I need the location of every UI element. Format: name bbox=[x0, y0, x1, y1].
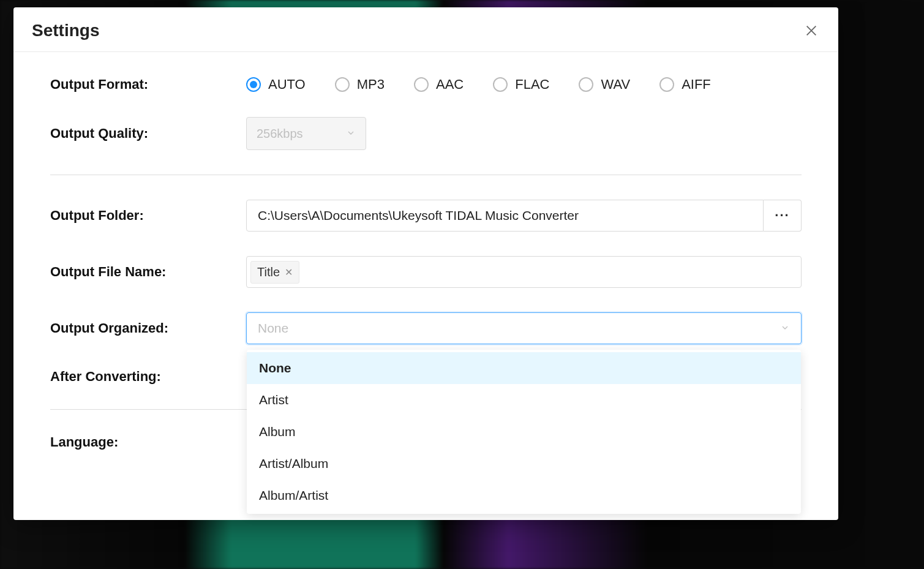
option-artist[interactable]: Artist bbox=[247, 384, 801, 416]
label-after-converting: After Converting: bbox=[50, 369, 246, 385]
label-output-quality: Output Quality: bbox=[50, 126, 246, 141]
tag-remove-icon[interactable]: ✕ bbox=[285, 266, 293, 278]
output-organized-dropdown: None Artist Album Artist/Album Album/Art… bbox=[247, 350, 801, 514]
radio-label: MP3 bbox=[357, 77, 385, 92]
modal-title: Settings bbox=[32, 21, 99, 40]
radio-icon bbox=[414, 77, 429, 92]
output-quality-control: 256kbps bbox=[246, 117, 802, 150]
close-icon bbox=[805, 24, 818, 37]
radio-aiff[interactable]: AIFF bbox=[659, 77, 711, 92]
tag-label: Title bbox=[257, 265, 280, 279]
modal-header: Settings bbox=[13, 7, 838, 52]
radio-icon bbox=[246, 77, 261, 92]
option-album[interactable]: Album bbox=[247, 416, 801, 448]
output-file-name-input[interactable]: Title ✕ bbox=[246, 256, 802, 288]
radio-icon bbox=[335, 77, 350, 92]
modal-body: Output Format: AUTO MP3 AAC FLAC bbox=[13, 52, 838, 520]
output-file-name-control: Title ✕ bbox=[246, 256, 802, 288]
row-output-folder: Output Folder: C:\Users\A\Documents\Ukey… bbox=[50, 200, 802, 232]
divider bbox=[50, 175, 802, 175]
option-album-artist[interactable]: Album/Artist bbox=[247, 480, 801, 511]
chevron-down-icon bbox=[780, 321, 790, 336]
radio-label: WAV bbox=[601, 77, 630, 92]
file-name-tag-title: Title ✕ bbox=[250, 261, 299, 284]
radio-icon bbox=[493, 77, 508, 92]
row-output-format: Output Format: AUTO MP3 AAC FLAC bbox=[50, 77, 802, 92]
radio-wav[interactable]: WAV bbox=[579, 77, 630, 92]
output-quality-select: 256kbps bbox=[246, 117, 366, 150]
output-folder-path: C:\Users\A\Documents\Ukeysoft TIDAL Musi… bbox=[258, 208, 579, 223]
option-none[interactable]: None bbox=[247, 352, 801, 384]
radio-mp3[interactable]: MP3 bbox=[335, 77, 385, 92]
close-button[interactable] bbox=[803, 22, 820, 39]
output-organized-control: None None Artist Album Artist/Album Albu… bbox=[246, 312, 802, 344]
label-output-organized: Output Organized: bbox=[50, 320, 246, 336]
output-folder-control: C:\Users\A\Documents\Ukeysoft TIDAL Musi… bbox=[246, 200, 802, 232]
radio-label: AIFF bbox=[682, 77, 711, 92]
output-quality-value: 256kbps bbox=[257, 127, 303, 141]
label-output-folder: Output Folder: bbox=[50, 208, 246, 224]
radio-icon bbox=[659, 77, 674, 92]
radio-icon bbox=[579, 77, 593, 92]
row-output-file-name: Output File Name: Title ✕ bbox=[50, 256, 802, 288]
radio-label: AAC bbox=[436, 77, 464, 92]
row-output-quality: Output Quality: 256kbps bbox=[50, 117, 802, 150]
row-output-organized: Output Organized: None None Artist Album… bbox=[50, 312, 802, 344]
output-organized-select[interactable]: None None Artist Album Artist/Album Albu… bbox=[246, 312, 802, 344]
output-folder-input[interactable]: C:\Users\A\Documents\Ukeysoft TIDAL Musi… bbox=[246, 200, 764, 232]
radio-label: FLAC bbox=[515, 77, 549, 92]
output-organized-placeholder: None bbox=[258, 321, 288, 336]
output-format-radios: AUTO MP3 AAC FLAC WAV bbox=[246, 77, 802, 92]
settings-modal: Settings Output Format: AUTO MP3 AAC bbox=[13, 7, 838, 520]
label-output-format: Output Format: bbox=[50, 77, 246, 92]
label-language: Language: bbox=[50, 434, 246, 450]
radio-auto[interactable]: AUTO bbox=[246, 77, 306, 92]
radio-aac[interactable]: AAC bbox=[414, 77, 464, 92]
browse-button[interactable]: ··· bbox=[764, 200, 802, 232]
label-output-file-name: Output File Name: bbox=[50, 264, 246, 280]
option-artist-album[interactable]: Artist/Album bbox=[247, 448, 801, 480]
radio-flac[interactable]: FLAC bbox=[493, 77, 549, 92]
chevron-down-icon bbox=[346, 127, 356, 141]
ellipsis-icon: ··· bbox=[775, 208, 789, 224]
radio-label: AUTO bbox=[268, 77, 306, 92]
